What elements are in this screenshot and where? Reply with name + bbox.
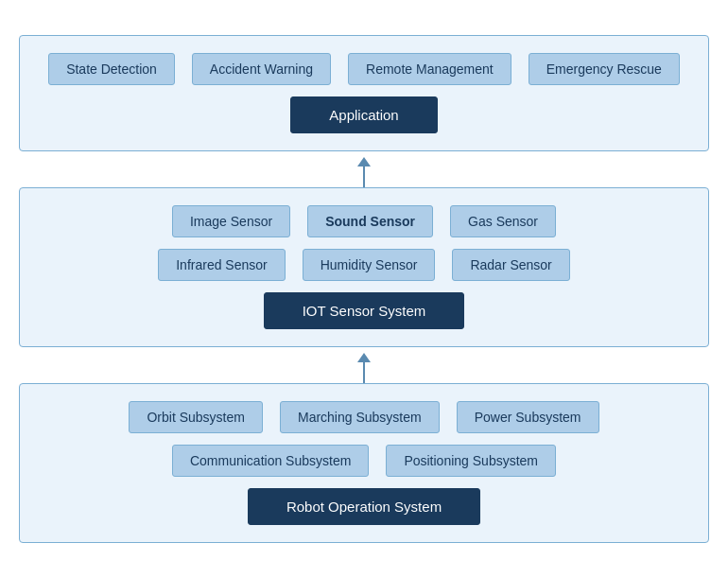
sound-sensor-box: Sound Sensor — [307, 205, 433, 237]
communication-subsystem-box: Communication Subsystem — [172, 445, 369, 477]
robot-row-2: Communication Subsystem Positioning Subs… — [43, 445, 685, 477]
robot-row-1: Orbit Subsystem Marching Subsystem Power… — [43, 401, 685, 433]
marching-subsystem-box: Marching Subsystem — [280, 401, 440, 433]
arrow-head-up-1 — [357, 157, 371, 166]
robot-operation-panel: Orbit Subsystem Marching Subsystem Power… — [19, 383, 709, 543]
radar-sensor-box: Radar Sensor — [452, 249, 569, 281]
orbit-subsystem-box: Orbit Subsystem — [129, 401, 262, 433]
remote-management-box: Remote Management — [348, 53, 511, 85]
image-sensor-box: Image Sensor — [172, 205, 290, 237]
gas-sensor-box: Gas Sensor — [450, 205, 556, 237]
emergency-rescue-box: Emergency Rescue — [529, 53, 680, 85]
arrow-iot-to-app — [357, 151, 371, 187]
arrow-head-up-2 — [357, 353, 371, 362]
infrared-sensor-box: Infrared Sensor — [158, 249, 286, 281]
application-items-row: State Detection Accident Warning Remote … — [43, 53, 685, 85]
application-label: Application — [290, 96, 437, 133]
iot-sensor-label: IOT Sensor System — [264, 292, 465, 329]
robot-operation-label: Robot Operation System — [248, 488, 480, 525]
humidity-sensor-box: Humidity Sensor — [303, 249, 436, 281]
sensor-row-2: Infrared Sensor Humidity Sensor Radar Se… — [43, 249, 685, 281]
application-panel: State Detection Accident Warning Remote … — [19, 35, 709, 151]
power-subsystem-box: Power Subsystem — [457, 401, 599, 433]
arrow-robot-to-iot — [357, 347, 371, 383]
arrow-line-1 — [363, 166, 365, 187]
iot-sensor-panel: Image Sensor Sound Sensor Gas Sensor Inf… — [19, 187, 709, 347]
accident-warning-box: Accident Warning — [192, 53, 331, 85]
sensor-row-1: Image Sensor Sound Sensor Gas Sensor — [43, 205, 685, 237]
arrow-line-2 — [363, 362, 365, 383]
state-detection-box: State Detection — [48, 53, 175, 85]
positioning-subsystem-box: Positioning Subsystem — [386, 445, 556, 477]
architecture-diagram: State Detection Accident Warning Remote … — [19, 35, 709, 543]
